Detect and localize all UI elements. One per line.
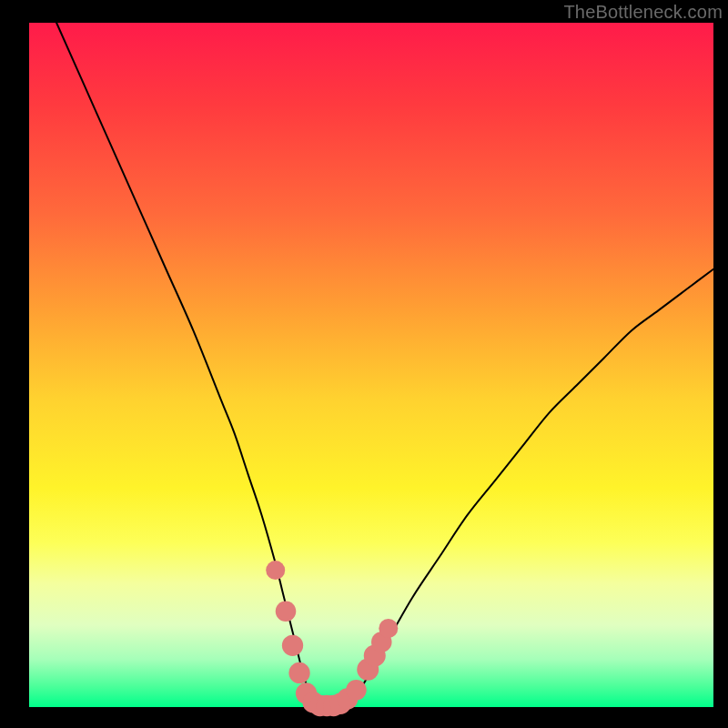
- plot-area: [29, 23, 713, 707]
- highlight-dot: [379, 619, 398, 638]
- highlight-dot: [282, 635, 303, 656]
- highlight-dot: [266, 561, 285, 580]
- highlight-dots: [266, 561, 398, 716]
- watermark-text: TheBottleneck.com: [563, 2, 723, 23]
- curve-layer: [29, 23, 713, 707]
- highlight-dot: [288, 662, 309, 683]
- highlight-dot: [276, 601, 297, 622]
- bottleneck-curve: [56, 23, 713, 707]
- chart-frame: TheBottleneck.com: [0, 0, 728, 728]
- highlight-dot: [346, 680, 367, 701]
